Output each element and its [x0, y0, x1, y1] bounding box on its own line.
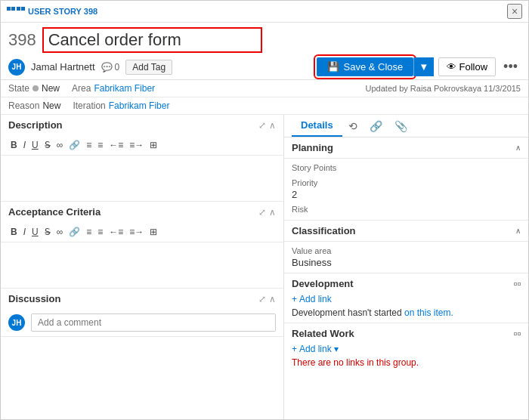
priority-value[interactable]: 2: [292, 189, 521, 200]
eye-icon: 👁: [447, 61, 456, 73]
development-section: Development + Add link Development hasn'…: [284, 273, 528, 323]
avatar: JH: [8, 59, 25, 76]
add-tag-button[interactable]: Add Tag: [125, 60, 172, 75]
work-item-icon: [7, 7, 25, 16]
save-close-button[interactable]: 💾 Save & Close: [317, 57, 414, 76]
collapse-icon-3: ∧: [269, 294, 276, 304]
discussion-title: Discussion: [8, 293, 258, 304]
italic-button[interactable]: I: [21, 138, 28, 152]
ac-ul-button[interactable]: ≡: [84, 225, 94, 239]
comment-input[interactable]: [31, 313, 276, 332]
acceptance-criteria-title: Acceptance Criteria: [8, 206, 258, 218]
ac-strikethrough-button[interactable]: S̶: [42, 225, 53, 239]
expand-icon: ⤢: [258, 120, 266, 131]
commenter-avatar: JH: [8, 314, 25, 331]
ol-button[interactable]: ≡: [95, 138, 105, 152]
ac-ol-button[interactable]: ≡: [95, 225, 105, 239]
content-area: Description ⤢ ∧ B I U S̶ ∞ 🔗 ≡ ≡ ←≡: [1, 115, 528, 419]
more-options-button[interactable]: •••: [500, 57, 521, 76]
header-right-actions: 💾 Save & Close ▼ 👁 Follow •••: [317, 57, 521, 76]
ac-underline-button[interactable]: U: [29, 225, 41, 239]
strikethrough-button[interactable]: S̶: [42, 138, 53, 152]
image-button[interactable]: ⊞: [147, 138, 159, 152]
description-section-icons: ⤢ ∧: [258, 120, 276, 131]
related-work-add-link-button[interactable]: + Add link ▾: [292, 344, 339, 354]
tabs-row: Details ⟲ 🔗 📎: [284, 115, 528, 137]
work-item-title-input[interactable]: [42, 27, 262, 53]
iteration-label: Iteration: [73, 100, 105, 111]
planning-chevron: ∧: [515, 144, 521, 152]
iteration-meta: Iteration Fabrikam Fiber: [73, 100, 169, 111]
indent-button[interactable]: ←≡: [107, 138, 125, 152]
link-button[interactable]: ∞: [54, 138, 66, 152]
classification-title: Classification: [292, 225, 515, 236]
updated-by: Updated by Raisa Pokrovskaya 11/3/2015: [366, 84, 521, 93]
outdent-button[interactable]: ≡→: [127, 138, 146, 152]
hyperlink-button[interactable]: 🔗: [67, 138, 82, 152]
save-close-wrapper: 💾 Save & Close ▼: [317, 57, 434, 76]
acceptance-editor[interactable]: [1, 242, 283, 288]
related-work-title: Related Work: [292, 328, 514, 339]
related-plus-icon: +: [292, 344, 297, 354]
meta-row: State New Area Fabrikam Fiber Updated by…: [1, 80, 528, 97]
reason-label: Reason: [8, 100, 39, 111]
save-close-dropdown-button[interactable]: ▼: [413, 57, 433, 76]
comment-count: 💬 0: [101, 62, 120, 73]
priority-label: Priority: [292, 178, 521, 187]
development-title: Development: [292, 278, 514, 289]
development-add-link-button[interactable]: + Add link: [292, 294, 332, 304]
development-link[interactable]: on this item.: [404, 307, 453, 318]
acceptance-toolbar: B I U S̶ ∞ 🔗 ≡ ≡ ←≡ ≡→ ⊞: [1, 222, 283, 242]
tab-details[interactable]: Details: [292, 115, 342, 137]
discussion-section: Discussion ⤢ ∧ JH: [1, 289, 283, 337]
story-points-label: Story Points: [292, 163, 521, 172]
related-work-header: Related Work: [292, 328, 521, 339]
comment-row: JH: [1, 309, 283, 336]
bold-button[interactable]: B: [8, 138, 20, 152]
assigned-user: Jamal Hartnett: [31, 61, 95, 73]
ac-outdent-button[interactable]: ≡→: [127, 225, 146, 239]
acceptance-criteria-header[interactable]: Acceptance Criteria ⤢ ∧: [1, 202, 283, 222]
iteration-value[interactable]: Fabrikam Fiber: [109, 100, 170, 111]
discussion-header[interactable]: Discussion ⤢ ∧: [1, 289, 283, 309]
tab-history[interactable]: ⟲: [342, 116, 363, 137]
priority-field: Priority 2: [284, 178, 528, 205]
ac-italic-button[interactable]: I: [21, 225, 28, 239]
close-button[interactable]: ×: [507, 4, 522, 19]
work-item-id-number: 398: [8, 30, 36, 50]
description-editor[interactable]: [1, 156, 283, 201]
ul-button[interactable]: ≡: [84, 138, 94, 152]
expand-icon-3: ⤢: [258, 294, 266, 304]
classification-header[interactable]: Classification ∧: [284, 221, 528, 242]
ac-image-button[interactable]: ⊞: [147, 225, 159, 239]
meta-row-2: Reason New Iteration Fabrikam Fiber: [1, 97, 528, 115]
tab-links[interactable]: 🔗: [363, 116, 388, 137]
state-dot: [32, 85, 39, 91]
story-points-field: Story Points: [284, 159, 528, 178]
planning-section: Planning ∧ Story Points Priority 2 Risk: [284, 137, 528, 220]
ac-bold-button[interactable]: B: [8, 225, 20, 239]
classification-chevron: ∧: [515, 227, 521, 235]
title-bar-text: USER STORY 398: [28, 7, 97, 16]
description-section: Description ⤢ ∧ B I U S̶ ∞ 🔗 ≡ ≡ ←≡: [1, 115, 283, 202]
value-area-label: Value area: [292, 246, 521, 255]
follow-button[interactable]: 👁 Follow: [438, 57, 497, 76]
save-icon: 💾: [327, 61, 339, 73]
reason-meta: Reason New: [8, 100, 60, 111]
ac-indent-button[interactable]: ←≡: [107, 225, 125, 239]
save-close-label: Save & Close: [344, 61, 404, 73]
ac-hyperlink-button[interactable]: 🔗: [67, 225, 82, 239]
area-value[interactable]: Fabrikam Fiber: [94, 83, 155, 94]
underline-button[interactable]: U: [29, 138, 41, 152]
area-meta: Area Fabrikam Fiber: [72, 83, 155, 94]
planning-header[interactable]: Planning ∧: [284, 137, 528, 159]
tab-attachments[interactable]: 📎: [388, 116, 413, 137]
value-area-value[interactable]: Business: [292, 257, 521, 268]
expand-icon-2: ⤢: [258, 207, 266, 218]
ac-link-button[interactable]: ∞: [54, 225, 66, 239]
description-header[interactable]: Description ⤢ ∧: [1, 115, 283, 135]
risk-field: Risk: [284, 205, 528, 220]
title-bar: USER STORY 398 ×: [1, 1, 528, 23]
area-label: Area: [72, 83, 91, 94]
work-item-id-row: 398: [8, 27, 521, 53]
